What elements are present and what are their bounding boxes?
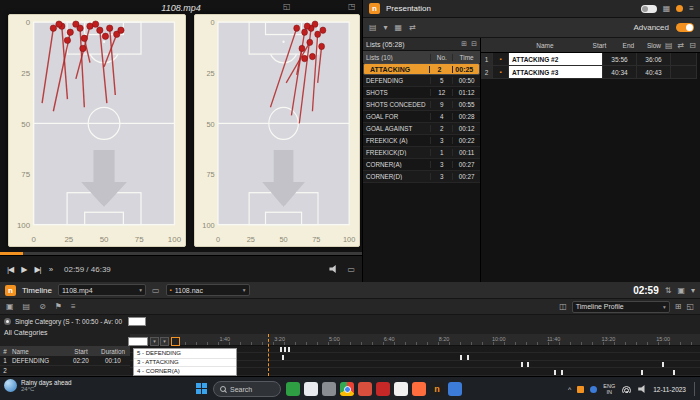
playlist-swap-icon[interactable]: ⇄ [678, 41, 685, 50]
taskbar-app-icon[interactable] [376, 382, 390, 396]
menu-icon[interactable]: ≡ [689, 4, 694, 13]
add-list-icon[interactable]: ⊞ [461, 40, 467, 48]
flag-icon[interactable]: ⚑ [55, 302, 62, 311]
show-desktop-button[interactable] [694, 382, 696, 396]
list-row[interactable]: DEFENDING500:50 [363, 75, 480, 87]
tray-app-icon[interactable] [577, 386, 584, 393]
category-combo[interactable] [128, 337, 148, 346]
taskbar-app-icon[interactable] [304, 382, 318, 396]
tray-app-icon[interactable] [590, 386, 597, 393]
draw-icon[interactable]: ▤ [23, 302, 31, 311]
delete-list-icon[interactable]: ⊟ [471, 40, 477, 48]
list-row[interactable]: SHOTS1201:12 [363, 87, 480, 99]
timeline-event-mark[interactable] [280, 347, 282, 352]
collapse-icon[interactable]: ▾ [691, 286, 695, 295]
video-player[interactable]: 1108.mp4 ◱ ◳ 02550751000255075100 025507… [0, 0, 362, 282]
window-icon[interactable]: ▣ [677, 286, 685, 295]
timeline-event-mark[interactable] [673, 370, 675, 375]
record-icon[interactable] [676, 5, 683, 12]
taskbar-app-icon[interactable] [322, 382, 336, 396]
timeline-ruler[interactable]: 1:403:205:006:408:2010:0011:4013:2015:00 [130, 334, 700, 346]
single-category-radio[interactable] [4, 318, 11, 325]
menu-icon[interactable]: ≡ [71, 302, 76, 311]
tl-col-name: Name [10, 348, 66, 355]
timeline-event-mark[interactable] [561, 370, 563, 375]
tray-volume-icon[interactable] [638, 385, 647, 393]
category-input[interactable] [128, 317, 146, 326]
playlist-remove-icon[interactable]: ⊟ [689, 41, 696, 50]
timeline-event-mark[interactable] [467, 355, 469, 360]
list-row[interactable]: SHOTS CONCEDED900:55 [363, 99, 480, 111]
capture-icon[interactable]: ▣ [6, 302, 14, 311]
timeline-event-mark[interactable] [527, 362, 529, 367]
weather-widget[interactable]: Rainy days ahead 24°C [4, 379, 71, 392]
list-row[interactable]: CORNER(D)300:27 [363, 171, 480, 183]
expand-rows-icon[interactable]: ▾ [150, 337, 159, 346]
swap-icon[interactable]: ⇄ [409, 23, 416, 32]
play-icon[interactable]: ▶ [21, 265, 26, 274]
timeline-profile-select[interactable]: Timeline Profile ▾ [572, 301, 670, 313]
erase-icon[interactable]: ⊘ [39, 302, 46, 311]
timeline-table-row[interactable]: 2 [0, 366, 130, 376]
dropdown-item[interactable]: 3 - ATTACKING [134, 358, 236, 367]
list-row[interactable]: FREEKICK (A)300:22 [363, 135, 480, 147]
taskbar-app-icon[interactable] [286, 382, 300, 396]
timeline-clock: 02:59 [633, 285, 659, 296]
timeline-event-mark[interactable] [284, 347, 286, 352]
wifi-icon[interactable] [621, 385, 632, 393]
nac-file-select[interactable]: ▪ 1108.nac ▾ [166, 284, 250, 296]
list-row[interactable]: GOAL FOR400:28 [363, 111, 480, 123]
list-row[interactable]: ATTACKING200:25 [363, 63, 480, 75]
monitor-icon[interactable]: ▭ [152, 286, 160, 295]
playlist-row[interactable]: 1▪ATTACKING #235:5636:06 [481, 53, 700, 66]
taskbar-date[interactable]: 12-11-2023 [653, 386, 686, 393]
taskbar-app-icon[interactable] [412, 382, 426, 396]
list-row[interactable]: FREEKICK(D)100:11 [363, 147, 480, 159]
list-row[interactable]: CORNER(A)300:27 [363, 159, 480, 171]
caret-down-icon[interactable]: ▾ [384, 23, 388, 32]
dropdown-item[interactable]: 4 - CORNER(A) [134, 366, 236, 375]
timeline-event-mark[interactable] [662, 362, 664, 367]
timeline-event-mark[interactable] [282, 355, 284, 360]
timeline-playhead[interactable] [268, 334, 269, 376]
taskbar-app-icon[interactable] [448, 382, 462, 396]
language-indicator[interactable]: ENG IN [603, 383, 615, 396]
grid-icon[interactable]: ▦ [663, 4, 671, 13]
timeline-event-mark[interactable] [641, 370, 643, 375]
save-icon[interactable]: ▤ [369, 23, 377, 32]
taskbar-app-icon[interactable] [394, 382, 408, 396]
taskbar-app-icon[interactable]: n [430, 382, 444, 396]
timeline-event-mark[interactable] [521, 362, 523, 367]
taskbar-app-icon[interactable] [358, 382, 372, 396]
timeline-event-mark[interactable] [460, 355, 462, 360]
search-button[interactable]: Search [213, 381, 281, 397]
playlist-row[interactable]: 2▪ATTACKING #340:3440:43 [481, 66, 700, 79]
timeline-event-mark[interactable] [554, 370, 556, 375]
highlight-filter-button[interactable] [171, 337, 180, 346]
speed-icon[interactable]: » [49, 265, 52, 274]
layout-icon[interactable]: ▦ [395, 23, 403, 32]
volume-icon[interactable] [329, 265, 338, 273]
dropdown-item[interactable]: 5 - DEFENDING [134, 349, 236, 358]
previous-clip-icon[interactable]: |◀ [7, 265, 13, 274]
video-file-select[interactable]: 1108.mp4 ▾ [58, 284, 146, 296]
fullscreen-icon[interactable]: ◱ [283, 2, 291, 11]
sort-icon[interactable]: ⇅ [665, 286, 672, 295]
next-clip-icon[interactable]: ▶| [34, 265, 40, 274]
windows-start-icon[interactable] [196, 383, 208, 395]
share-icon[interactable]: ⊞ [675, 302, 682, 311]
display-icon[interactable]: ▭ [347, 265, 355, 274]
presentation-toggle[interactable] [641, 5, 657, 13]
popout-icon[interactable]: ◳ [348, 2, 356, 11]
collapse-rows-icon[interactable]: ▾ [160, 337, 169, 346]
taskbar-app-icon[interactable] [340, 382, 354, 396]
columns-icon[interactable]: ◫ [559, 302, 567, 311]
timeline-table-row[interactable]: 1DEFENDING02:2000:10 [0, 356, 130, 366]
tray-chevron-icon[interactable]: ^ [568, 386, 571, 393]
list-row[interactable]: GOAL AGAINST200:12 [363, 123, 480, 135]
presentation-title: Presentation [386, 4, 431, 13]
timeline-event-mark[interactable] [288, 347, 290, 352]
advanced-toggle[interactable] [676, 23, 694, 32]
export-icon[interactable]: ◱ [686, 302, 694, 311]
playlist-view-icon[interactable]: ▤ [665, 41, 673, 50]
